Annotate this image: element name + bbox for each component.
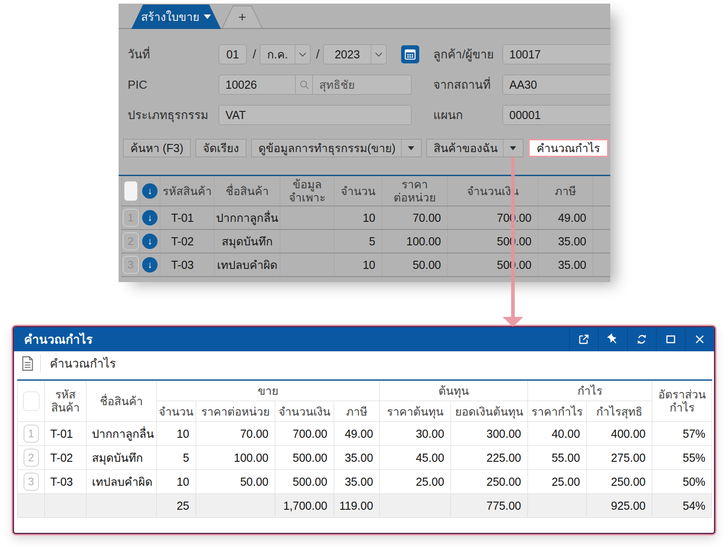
- tab-new[interactable]: +: [222, 5, 263, 28]
- maximize-button[interactable]: [656, 327, 685, 351]
- from-location-input[interactable]: AA30: [503, 75, 610, 95]
- table-row: 2 T-02 สมุดบันทึก 5 100.00 500.00 35.00 …: [18, 446, 712, 470]
- cell-tax[interactable]: 49.00: [538, 206, 593, 230]
- row-number[interactable]: 2: [123, 232, 139, 250]
- cell-name[interactable]: สมุดบันทึก: [215, 230, 280, 253]
- year-dropdown-zone[interactable]: [371, 45, 386, 64]
- cell-unit: 100.00: [196, 446, 275, 470]
- cell-unit[interactable]: 50.00: [382, 253, 448, 277]
- calculate-profit-button[interactable]: คำนวณกำไร: [528, 139, 608, 157]
- tab-new-label: +: [223, 6, 262, 28]
- cell-cost-price: 45.00: [380, 446, 451, 470]
- cell-amount[interactable]: 500.00: [448, 230, 538, 253]
- row-number[interactable]: 1: [24, 425, 39, 443]
- refresh-button[interactable]: [627, 327, 656, 351]
- my-products-button[interactable]: สินค้าของฉัน: [426, 139, 524, 157]
- arrow-down-circle-icon[interactable]: ↓: [142, 257, 158, 273]
- date-day-input[interactable]: 01: [219, 44, 247, 64]
- cell-qty: 10: [157, 470, 196, 494]
- col-header-tax: ภาษี: [334, 401, 380, 422]
- popup-titlebar: คำนวณกำไร: [14, 327, 714, 351]
- arrow-down-circle-icon[interactable]: ↓: [142, 234, 158, 249]
- calendar-button[interactable]: [401, 45, 419, 63]
- chevron-down-icon: [204, 14, 211, 19]
- view-transactions-button[interactable]: ดูข้อมูลการทำธุรกรรม(ขาย): [251, 139, 421, 157]
- cell-qty[interactable]: 5: [335, 230, 382, 253]
- calendar-icon: [404, 48, 417, 61]
- sort-button[interactable]: จัดเรียง: [196, 139, 246, 157]
- cell-amount: 700.00: [275, 422, 334, 446]
- cell-unit[interactable]: 70.00: [382, 206, 448, 230]
- cell-qty[interactable]: 10: [335, 253, 382, 277]
- cell-spec[interactable]: [280, 230, 335, 253]
- cell-name[interactable]: เทปลบคำผิด: [215, 253, 280, 277]
- pic-search-button[interactable]: [296, 75, 313, 95]
- select-all-checkbox[interactable]: [124, 181, 138, 201]
- cell-cost-amount: 225.00: [451, 446, 528, 470]
- col-header-clipped: [593, 176, 611, 206]
- total-net-profit: 925.00: [587, 494, 652, 518]
- cell-amount: 500.00: [275, 470, 334, 494]
- cell-spec[interactable]: [280, 253, 335, 277]
- cell-unit[interactable]: 100.00: [382, 230, 448, 253]
- tab-create-sale[interactable]: สร้างใบขาย: [131, 5, 221, 29]
- open-in-new-button[interactable]: [569, 327, 598, 351]
- group-header-cost: ต้นทุน: [380, 380, 528, 401]
- row-number[interactable]: 3: [24, 473, 39, 491]
- view-transactions-caret[interactable]: [401, 139, 414, 157]
- row-select-cell: 2: [18, 446, 45, 470]
- from-location-label: จากสถานที่: [433, 75, 491, 95]
- cell-qty[interactable]: 10: [335, 206, 382, 230]
- pin-button[interactable]: [598, 327, 627, 351]
- view-transactions-label: ดูข้อมูลการทำธุรกรรม(ขาย): [259, 139, 396, 157]
- cell-code[interactable]: T-02: [160, 230, 215, 253]
- grid-header-row: ↓ รหัสสินค้า ชื่อสินค้า ข้อมูล จำเพาะ จำ…: [122, 176, 611, 206]
- date-year-select[interactable]: 2023: [323, 44, 387, 64]
- table-row: 1 ↓ T-01 ปากกาลูกลื่น 10 70.00 700.00 49…: [122, 206, 611, 230]
- col-header-ratio: อัตราส่วน กำไร: [652, 380, 712, 422]
- pic-group: 10026 สุทธิชัย: [219, 75, 412, 95]
- row-expand-cell: ↓: [140, 230, 160, 253]
- close-button[interactable]: [685, 327, 714, 351]
- group-header-profit: กำไร: [528, 380, 652, 401]
- pic-code-input[interactable]: 10026: [219, 75, 296, 95]
- total-empty: [528, 494, 587, 518]
- cell-tax[interactable]: 35.00: [538, 253, 593, 277]
- cell-name[interactable]: ปากกาลูกลื่น: [215, 206, 280, 230]
- callout-arrow-head: [503, 317, 523, 327]
- transaction-type-input[interactable]: VAT: [219, 105, 412, 125]
- pin-icon: [607, 333, 619, 345]
- cell-amount[interactable]: 500.00: [448, 253, 538, 277]
- cell-amount[interactable]: 700.00: [448, 206, 538, 230]
- cell-net-profit: 275.00: [587, 446, 652, 470]
- cell-profit-price: 40.00: [528, 422, 587, 446]
- row-select-cell: 3: [122, 253, 140, 277]
- col-header-amount: จำนวนเงิน: [448, 176, 538, 206]
- row-number[interactable]: 2: [24, 449, 39, 467]
- arrow-down-circle-icon[interactable]: ↓: [142, 210, 158, 225]
- department-input[interactable]: 00001: [503, 105, 610, 125]
- search-f3-button[interactable]: ค้นหา (F3): [123, 139, 191, 157]
- date-month-select[interactable]: ก.ค.: [260, 44, 311, 64]
- cell-code[interactable]: T-03: [160, 253, 215, 277]
- close-icon: [694, 333, 706, 345]
- col-header-name: ชื่อสินค้า: [215, 176, 280, 206]
- cell-spec[interactable]: [280, 206, 335, 230]
- month-dropdown-zone[interactable]: [295, 45, 310, 64]
- cell-code[interactable]: T-01: [160, 206, 215, 230]
- cell-tax[interactable]: 35.00: [538, 230, 593, 253]
- pic-name-field[interactable]: สุทธิชัย: [313, 75, 412, 95]
- cell-cost-amount: 300.00: [451, 422, 528, 446]
- row-number[interactable]: 3: [123, 256, 139, 274]
- cell-clipped: [593, 230, 611, 253]
- col-header-amount: จำนวนเงิน: [275, 401, 334, 422]
- row-number[interactable]: 1: [123, 209, 139, 227]
- arrow-down-circle-icon[interactable]: ↓: [142, 183, 158, 199]
- total-amount: 1,700.00: [275, 494, 334, 518]
- profit-calc-window: คำนวณกำไร: [13, 326, 715, 534]
- open-in-new-icon: [578, 333, 590, 345]
- select-all-checkbox[interactable]: [23, 392, 39, 411]
- my-products-caret[interactable]: [503, 139, 516, 157]
- cell-amount: 500.00: [275, 446, 334, 470]
- customer-input[interactable]: 10017: [503, 44, 610, 64]
